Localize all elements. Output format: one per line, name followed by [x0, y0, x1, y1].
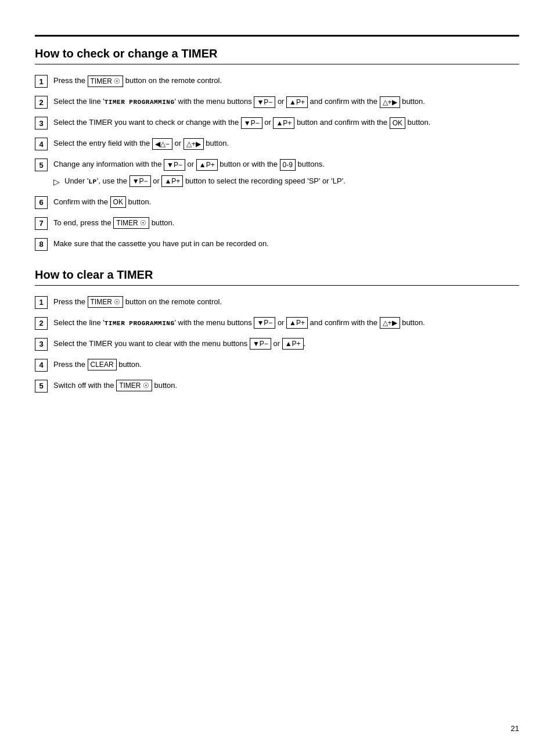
- vp-minus-btn-c3: ▼P−: [250, 338, 271, 350]
- vp-minus-btn-s3: ▼P−: [241, 117, 262, 129]
- ap-plus-btn-s5: ▲P+: [196, 159, 218, 171]
- forward-btn-s2: △+▶: [380, 96, 400, 108]
- step-number-4: 4: [35, 138, 48, 150]
- step-1-content: Press the TIMER ☉ button on the remote c…: [53, 75, 519, 87]
- section1-steps: 1 Press the TIMER ☉ button on the remote…: [35, 75, 519, 251]
- step-5: 5 Change any information with the ▼P− or…: [35, 159, 519, 188]
- clear-step-1-content: Press the TIMER ☉ button on the remote c…: [53, 296, 519, 308]
- tip-arrow-icon: ▷: [53, 176, 60, 188]
- step-6: 6 Confirm with the OK button.: [35, 196, 519, 209]
- lp-label: LP: [89, 178, 97, 185]
- 09-btn-s5: 0-9: [280, 159, 296, 171]
- clear-step-number-5: 5: [35, 380, 48, 393]
- step-1: 1 Press the TIMER ☉ button on the remote…: [35, 75, 519, 88]
- ap-plus-btn-c3: ▲P+: [282, 338, 304, 350]
- clear-step-number-4: 4: [35, 359, 48, 372]
- step-6-content: Confirm with the OK button.: [53, 196, 519, 208]
- clear-step-5-content: Switch off with the TIMER ☉ button.: [53, 380, 519, 392]
- step-number-3: 3: [35, 117, 48, 129]
- vp-minus-btn-s5: ▼P−: [164, 159, 185, 171]
- clear-step-5: 5 Switch off with the TIMER ☉ button.: [35, 380, 519, 393]
- tip-row-s5: ▷ Under 'LP', use the ▼P− or ▲P+ button …: [53, 175, 519, 188]
- ok-btn-s6: OK: [110, 196, 126, 208]
- clear-step-2: 2 Select the line 'TIMER PROGRAMMING' wi…: [35, 317, 519, 330]
- clear-step-number-2: 2: [35, 317, 48, 330]
- back-btn-s4: ◀△−: [152, 138, 172, 150]
- vp-minus-btn-c2: ▼P−: [254, 317, 275, 329]
- clear-btn-c4: CLEAR: [88, 359, 117, 370]
- step-5-content: Change any information with the ▼P− or ▲…: [53, 159, 519, 188]
- clear-step-number-3: 3: [35, 338, 48, 351]
- ap-plus-btn-c2: ▲P+: [286, 317, 308, 329]
- tip-content-s5: Under 'LP', use the ▼P− or ▲P+ button to…: [64, 175, 519, 188]
- section-check-change-timer: How to check or change a TIMER 1 Press t…: [35, 47, 519, 251]
- section1-rule: [35, 64, 519, 64]
- step-4-content: Select the entry field with the ◀△− or △…: [53, 138, 519, 150]
- step-2-content: Select the line 'TIMER PROGRAMMING' with…: [53, 96, 519, 108]
- step-3: 3 Select the TIMER you want to check or …: [35, 117, 519, 129]
- ap-plus-btn-s3: ▲P+: [273, 117, 294, 129]
- step-number-1: 1: [35, 75, 48, 88]
- clear-step-2-content: Select the line 'TIMER PROGRAMMING' with…: [53, 317, 519, 329]
- timer-btn-c1: TIMER ☉: [88, 296, 124, 308]
- clear-step-3: 3 Select the TIMER you want to clear wit…: [35, 338, 519, 351]
- timer-programming-label: TIMER PROGRAMMING: [105, 99, 175, 106]
- vp-minus-btn-s2: ▼P−: [254, 96, 275, 108]
- clear-step-1: 1 Press the TIMER ☉ button on the remote…: [35, 296, 519, 309]
- timer-btn-s7: TIMER ☉: [113, 217, 149, 229]
- section-clear-timer: How to clear a TIMER 1 Press the TIMER ☉…: [35, 268, 519, 393]
- timer-btn-s1: TIMER ☉: [88, 75, 124, 87]
- clear-step-number-1: 1: [35, 296, 48, 309]
- section1-title: How to check or change a TIMER: [35, 47, 519, 60]
- step-8-content: Make sure that the cassette you have put…: [53, 238, 519, 250]
- clear-step-4-content: Press the CLEAR button.: [53, 359, 519, 371]
- section2-rule: [35, 285, 519, 286]
- step-number-5: 5: [35, 159, 48, 171]
- step-number-8: 8: [35, 238, 48, 251]
- step-4: 4 Select the entry field with the ◀△− or…: [35, 138, 519, 150]
- vp-minus-tip: ▼P−: [129, 175, 151, 187]
- timer-programming-label-c2: TIMER PROGRAMMING: [105, 320, 175, 327]
- step-7-content: To end, press the TIMER ☉ button.: [53, 217, 519, 229]
- timer-btn-c5: TIMER ☉: [116, 380, 152, 391]
- section2-steps: 1 Press the TIMER ☉ button on the remote…: [35, 296, 519, 393]
- page-number: 21: [511, 724, 519, 733]
- step-number-2: 2: [35, 96, 48, 109]
- ap-plus-tip: ▲P+: [161, 175, 183, 187]
- step-3-content: Select the TIMER you want to check or ch…: [53, 117, 519, 129]
- ap-plus-btn-s2: ▲P+: [286, 96, 308, 108]
- step-number-7: 7: [35, 217, 48, 230]
- step-2: 2 Select the line 'TIMER PROGRAMMING' wi…: [35, 96, 519, 109]
- forward-btn-c2: △+▶: [380, 317, 400, 329]
- page: How to check or change a TIMER 1 Press t…: [0, 0, 554, 756]
- section2-title: How to clear a TIMER: [35, 268, 519, 282]
- ok-btn-s3: OK: [390, 117, 405, 129]
- step-number-6: 6: [35, 196, 48, 209]
- clear-step-3-content: Select the TIMER you want to clear with …: [53, 338, 519, 350]
- top-rule: [35, 35, 519, 37]
- step-7: 7 To end, press the TIMER ☉ button.: [35, 217, 519, 230]
- forward-btn-s4: △+▶: [184, 138, 204, 150]
- clear-step-4: 4 Press the CLEAR button.: [35, 359, 519, 372]
- step-8: 8 Make sure that the cassette you have p…: [35, 238, 519, 251]
